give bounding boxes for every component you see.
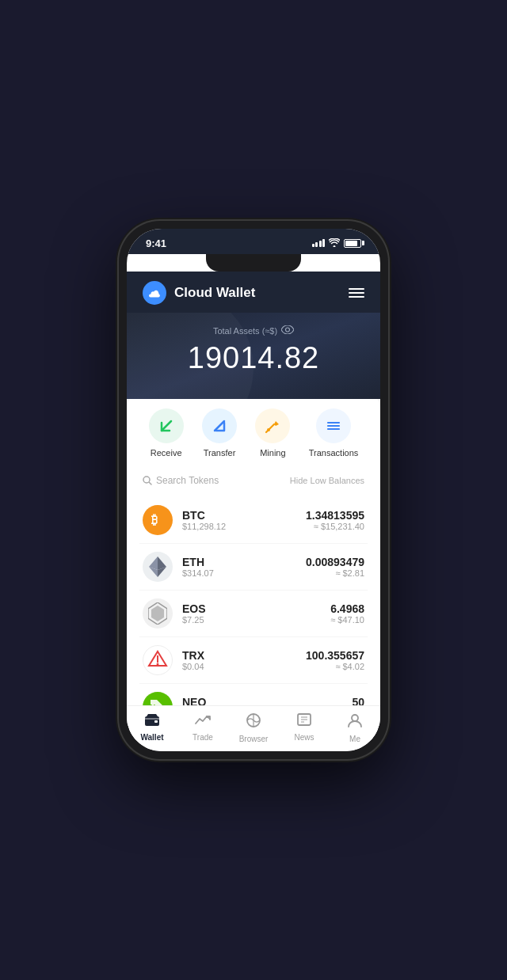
nav-wallet[interactable]: Wallet (132, 712, 172, 743)
battery-icon (344, 239, 361, 248)
trx-amount: 100.355657 (306, 649, 364, 662)
transactions-button[interactable]: Transactions (309, 408, 359, 458)
mining-icon-circle (255, 408, 290, 443)
status-icons (312, 238, 362, 249)
token-item-btc[interactable]: ₿ BTC $11,298.12 1.34813595 ≈ $15,231.40 (139, 497, 368, 544)
eth-price: $314.07 (182, 568, 306, 578)
header-left: Cloud Wallet (143, 281, 255, 305)
hero-section: Total Assets (≈$) 19014.82 (127, 313, 380, 399)
wifi-icon (329, 238, 340, 249)
browser-nav-icon (246, 712, 261, 732)
trx-usd: ≈ $4.02 (306, 662, 364, 671)
svg-line-6 (150, 483, 152, 485)
eth-name: ETH (182, 556, 306, 568)
menu-button[interactable] (349, 288, 364, 298)
search-placeholder[interactable]: Search Tokens (156, 475, 219, 486)
btc-usd: ≈ $15,231.40 (306, 522, 364, 531)
mining-button[interactable]: Mining (255, 408, 290, 458)
btc-balance: 1.34813595 ≈ $15,231.40 (306, 509, 364, 531)
status-time: 9:41 (146, 237, 166, 249)
eth-usd: ≈ $2.81 (306, 568, 364, 578)
svg-rect-19 (154, 720, 158, 723)
browser-nav-label: Browser (239, 735, 269, 743)
total-assets-label: Total Assets (≈$) (143, 325, 364, 336)
signal-icon (312, 239, 326, 247)
phone-frame: 9:41 (119, 221, 388, 759)
status-bar: 9:41 (127, 229, 380, 254)
me-nav-icon (347, 712, 363, 732)
wallet-nav-icon (144, 712, 160, 731)
cloud-icon (143, 281, 166, 305)
svg-point-26 (352, 715, 358, 721)
eos-name: EOS (182, 602, 330, 615)
trx-info: TRX $0.04 (182, 649, 306, 671)
token-item-trx[interactable]: TRX $0.04 100.355657 ≈ $4.02 (139, 637, 368, 684)
svg-point-1 (267, 428, 270, 431)
trx-balance: 100.355657 ≈ $4.02 (306, 649, 364, 671)
app-title: Cloud Wallet (174, 285, 255, 301)
svg-point-0 (286, 328, 290, 332)
search-icon (143, 476, 152, 485)
eos-usd: ≈ $47.10 (330, 615, 364, 625)
nav-trade[interactable]: Trade (183, 712, 223, 743)
receive-button[interactable]: Receive (149, 408, 184, 458)
eth-logo (143, 552, 173, 582)
eth-info: ETH $314.07 (182, 556, 306, 578)
transactions-icon-circle (316, 408, 351, 443)
hide-low-balances[interactable]: Hide Low Balances (290, 476, 364, 485)
trx-price: $0.04 (182, 662, 306, 671)
trade-nav-label: Trade (193, 733, 213, 742)
token-item-eth[interactable]: ETH $314.07 0.00893479 ≈ $2.81 (139, 544, 368, 591)
svg-point-16 (157, 663, 159, 666)
nav-me[interactable]: Me (335, 712, 375, 743)
eth-balance: 0.00893479 ≈ $2.81 (306, 556, 364, 578)
nav-news[interactable]: News (284, 712, 324, 743)
me-nav-label: Me (349, 735, 360, 743)
trx-logo (143, 645, 173, 675)
news-nav-label: News (294, 733, 314, 742)
btc-price: $11,298.12 (182, 522, 306, 531)
svg-marker-13 (151, 606, 164, 621)
token-item-eos[interactable]: EOS $7.25 6.4968 ≈ $47.10 (139, 591, 368, 637)
wallet-nav-label: Wallet (140, 733, 163, 742)
app-header: Cloud Wallet (127, 272, 380, 313)
actions-row: Receive Transfer (139, 408, 368, 458)
search-row: Search Tokens Hide Low Balances (139, 470, 368, 491)
trade-nav-icon (195, 712, 211, 731)
nav-browser[interactable]: Browser (234, 712, 273, 743)
eye-icon[interactable] (281, 325, 294, 336)
actions-card: Receive Transfer (127, 393, 380, 740)
btc-name: BTC (182, 509, 306, 522)
total-amount: 19014.82 (143, 341, 364, 375)
news-nav-icon (296, 712, 312, 731)
eos-amount: 6.4968 (330, 602, 364, 615)
eos-info: EOS $7.25 (182, 602, 330, 625)
eos-balance: 6.4968 ≈ $47.10 (330, 602, 364, 625)
notch (206, 254, 301, 272)
eos-logo (143, 598, 173, 629)
transactions-label: Transactions (309, 448, 359, 458)
btc-logo: ₿ (143, 505, 173, 535)
eth-amount: 0.00893479 (306, 556, 364, 568)
btc-amount: 1.34813595 (306, 509, 364, 522)
mining-label: Mining (260, 448, 285, 458)
token-list: ₿ BTC $11,298.12 1.34813595 ≈ $15,231.40 (139, 497, 368, 731)
transfer-label: Transfer (204, 448, 236, 458)
eos-price: $7.25 (182, 615, 330, 625)
svg-point-5 (143, 477, 150, 483)
svg-text:₿: ₿ (151, 513, 158, 526)
receive-icon-circle (149, 408, 184, 443)
bottom-nav: Wallet Trade (127, 705, 380, 751)
receive-label: Receive (151, 448, 182, 458)
transfer-icon-circle (202, 408, 237, 443)
transfer-button[interactable]: Transfer (202, 408, 237, 458)
phone-screen: 9:41 (127, 229, 380, 751)
search-left: Search Tokens (143, 475, 219, 486)
btc-info: BTC $11,298.12 (182, 509, 306, 531)
trx-name: TRX (182, 649, 306, 662)
